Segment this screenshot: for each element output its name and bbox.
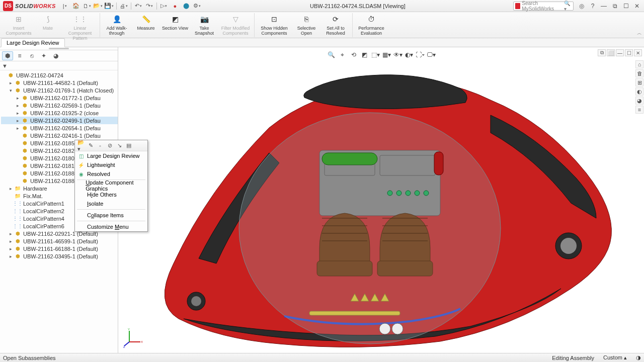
set-resolved-button[interactable]: ⟳Set All to Resolved	[322, 13, 349, 36]
graphics-viewport[interactable]: 🔍 ⌖ ⟲ ◩ ⬚▾ ▦▾ 👁▾ ◐▾ ⛶▾ 🖵▾ ⧉ ⬜ — ☐ ✕ ⌂ 🗑 …	[118, 47, 644, 353]
ctx-table-icon[interactable]: ▤	[125, 142, 133, 150]
model-canvas[interactable]	[118, 47, 644, 353]
open-icon[interactable]: 📂	[93, 2, 103, 11]
status-extra-icon[interactable]: ◑	[636, 354, 641, 361]
section-view-button[interactable]: ◩Section View	[162, 13, 189, 31]
new-doc-icon[interactable]: 🗋	[82, 2, 92, 11]
vp-close-icon[interactable]: ✕	[634, 49, 642, 56]
taskpane-library-icon[interactable]: ⊞	[635, 78, 643, 86]
taskpane-custom-icon[interactable]: ≡	[635, 106, 643, 114]
tree-node[interactable]: ▸⬢UBW-21161-66188-1 (Default)	[1, 245, 118, 252]
ctx-hide-icon[interactable]: ◦	[96, 142, 104, 150]
tree-node[interactable]: ▸⬢UBW-21162-01772-1 (Defau	[1, 94, 118, 102]
tree-node[interactable]: ▸⬢UBW-21161-44582-1 (Default)	[1, 79, 118, 86]
taskpane-view-icon[interactable]: ◐	[635, 87, 643, 96]
tree-node[interactable]: ⬢UBW-21162-04724	[1, 71, 118, 79]
qat-separator-icon[interactable]: |	[60, 2, 70, 11]
rebuild-all-icon[interactable]: ⬤	[181, 2, 191, 11]
expand-icon[interactable]: ▸	[8, 246, 13, 251]
view-orientation-icon[interactable]: ⬚▾	[371, 50, 381, 59]
options-icon[interactable]: ⚙	[192, 2, 202, 11]
zoom-area-icon[interactable]: ⌖	[338, 50, 348, 59]
ctx-item-collapse[interactable]: Collapse Items	[75, 211, 147, 220]
tree-node[interactable]: ▸⬢UBW-21162-03495-1 (Default)	[1, 252, 118, 260]
taskpane-resources-icon[interactable]: 🗑	[635, 69, 643, 77]
rebuild-icon[interactable]: ●	[170, 2, 180, 11]
ctx-zoom-icon[interactable]: ↘	[115, 142, 123, 150]
search-icon[interactable]: 🔍▾	[564, 1, 572, 12]
tree-node[interactable]: ▸⬢UBW-21162-01925-2 (close	[1, 109, 118, 117]
previous-view-icon[interactable]: ⟲	[349, 50, 359, 59]
expand-icon[interactable]: ▸	[15, 96, 20, 101]
walk-through-button[interactable]: 👤Add Walk-through	[103, 13, 130, 36]
performance-evaluation-button[interactable]: ⏱Performance Evaluation	[356, 13, 387, 36]
property-tab-icon[interactable]: ≡	[14, 51, 25, 60]
feature-tree-tab-icon[interactable]: ⬢	[2, 51, 13, 60]
undo-icon[interactable]: ↶	[133, 2, 143, 11]
help-icon[interactable]: ?	[589, 2, 597, 10]
ctx-item-resolved[interactable]: ◉Resolved	[75, 169, 147, 178]
section-icon[interactable]: ◩	[360, 50, 370, 59]
taskpane-appearance-icon[interactable]: ◕	[635, 97, 643, 105]
ctx-item-lightweight[interactable]: ⚡Lightweight	[75, 160, 147, 169]
orientation-triad-icon[interactable]: Y X Z	[123, 328, 143, 348]
new-icon[interactable]: 🏠	[71, 2, 81, 11]
expand-icon[interactable]: ▸	[8, 186, 13, 191]
ctx-item-update-graphics[interactable]: Update Component Graphics	[75, 181, 147, 190]
expand-icon[interactable]: ▸	[15, 126, 20, 131]
tree-node[interactable]: ▸⬢UBW-21161-46599-1 (Default)	[1, 237, 118, 245]
config-tab-icon[interactable]: ⎋	[26, 51, 37, 60]
ctx-open-icon[interactable]: 📂▾	[77, 142, 85, 150]
maximize-icon[interactable]: ☐	[622, 2, 630, 10]
print-icon[interactable]: 🖨	[119, 2, 129, 11]
expand-icon[interactable]: ▸	[15, 118, 20, 123]
minimize-icon[interactable]: —	[600, 2, 608, 10]
ctx-item-customize[interactable]: Customize Menu	[75, 222, 147, 231]
expand-icon[interactable]: ▸	[8, 231, 13, 236]
user-icon[interactable]: ◎	[578, 2, 586, 10]
edit-appearance-icon[interactable]: ◐▾	[404, 50, 414, 59]
redo-icon[interactable]: ↷	[144, 2, 154, 11]
tree-node[interactable]: ⬢UBW-21162-02416-1 (Defau	[1, 132, 118, 139]
tab-large-design-review[interactable]: Large Design Review	[1, 38, 65, 47]
panel-grip-icon[interactable]	[49, 48, 69, 49]
tree-node[interactable]: ▸⬢UBW-21162-02569-1 (Defau	[1, 102, 118, 109]
view-switch-icon[interactable]: ⧉	[611, 2, 619, 10]
display-tab-icon[interactable]: ✦	[38, 51, 49, 60]
tree-node[interactable]: ▸⬢UBW-21162-02499-1 (Defau	[1, 117, 118, 124]
apply-scene-icon[interactable]: ⛶▾	[415, 50, 425, 59]
save-icon[interactable]: 💾	[104, 2, 114, 11]
selective-open-button[interactable]: ⎘Selective Open	[293, 13, 320, 36]
ribbon-collapse-icon[interactable]: ︿	[637, 30, 642, 37]
expand-icon[interactable]: ▸	[8, 239, 13, 244]
hide-show-icon[interactable]: 👁▾	[393, 50, 403, 59]
ctx-item-isolate[interactable]: Isolate	[75, 199, 147, 208]
vp-link-icon[interactable]: ⧉	[598, 49, 606, 56]
measure-button[interactable]: 📏Measure	[132, 13, 159, 31]
expand-icon[interactable]: ▸	[8, 80, 13, 85]
expand-icon[interactable]: ▸	[15, 111, 20, 116]
tree-node[interactable]: ▸⬢UBW-21162-02654-1 (Defau	[1, 124, 118, 132]
show-hidden-button[interactable]: ⊡Show Hidden Components	[258, 13, 291, 36]
select-icon[interactable]: ▷	[159, 2, 169, 11]
expand-icon[interactable]: ▸	[15, 103, 20, 108]
zoom-fit-icon[interactable]: 🔍	[327, 50, 337, 59]
taskpane-home-icon[interactable]: ⌂	[635, 60, 643, 68]
search-input[interactable]: Search MySolidWorks 🔍▾	[513, 2, 574, 11]
expand-icon[interactable]: ▾	[8, 88, 13, 93]
ctx-edit-icon[interactable]: ✎	[87, 142, 95, 150]
tree-filter[interactable]: ▼	[0, 61, 118, 70]
tree-node[interactable]: ▾⬢UBW-21162-01769-1 (Hatch Closed)	[1, 86, 118, 94]
vp-min-icon[interactable]: —	[616, 49, 624, 56]
status-units[interactable]: Custom ▴	[603, 354, 627, 361]
vp-expand-icon[interactable]: ⬜	[607, 49, 615, 56]
view-settings-icon[interactable]: 🖵▾	[426, 50, 436, 59]
appearance-tab-icon[interactable]: ◕	[50, 51, 61, 60]
ctx-item-large-design-review[interactable]: ◫Large Design Review	[75, 151, 147, 160]
vp-max-icon[interactable]: ☐	[625, 49, 633, 56]
expand-icon[interactable]: ▸	[8, 254, 13, 259]
take-snapshot-button[interactable]: 📷Take Snapshot	[191, 13, 218, 36]
ctx-suppress-icon[interactable]: ⊘	[106, 142, 114, 150]
close-icon[interactable]: ✕	[633, 2, 641, 10]
display-style-icon[interactable]: ▦▾	[382, 50, 392, 59]
